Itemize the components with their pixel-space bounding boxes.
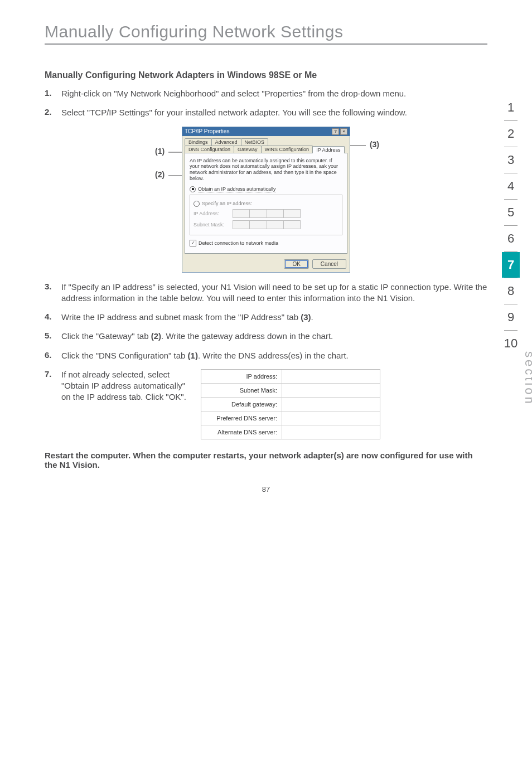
subnet-mask-label: Subnet Mask: bbox=[201, 384, 282, 397]
step-text: Write the IP address and subnet mask fro… bbox=[61, 312, 313, 323]
default-gateway-label: Default gateway: bbox=[201, 398, 282, 411]
specify-ip-group: Specify an IP address: IP Address: Subne… bbox=[190, 195, 342, 235]
dialog-description: An IP address can be automatically assig… bbox=[190, 158, 342, 182]
tab-bindings[interactable]: Bindings bbox=[185, 138, 212, 146]
close-button[interactable]: × bbox=[340, 128, 347, 135]
step-number: 7. bbox=[45, 369, 61, 439]
address-table: IP address: Subnet Mask: Default gateway… bbox=[201, 369, 380, 439]
step-text-part: Click the "Gateway" tab bbox=[61, 331, 151, 341]
step-text-bold: (1) bbox=[188, 351, 198, 360]
dialog-title-text: TCP/IP Properties bbox=[185, 128, 229, 134]
radio-label: Specify an IP address: bbox=[202, 201, 252, 206]
step-text-part: . Write the DNS address(es) in the chart… bbox=[198, 351, 349, 360]
step-6: 6. Click the "DNS Configuration" tab (1)… bbox=[45, 350, 487, 361]
chapter-underline bbox=[45, 43, 487, 45]
step-number: 6. bbox=[45, 350, 61, 361]
tab-6[interactable]: 6 bbox=[502, 226, 520, 251]
radio-icon bbox=[190, 186, 196, 192]
subnet-mask-row: Subnet Mask: bbox=[194, 220, 338, 229]
step-text: Right-click on "My Network Neighborhood"… bbox=[61, 88, 406, 99]
callout-2: (2) bbox=[155, 170, 165, 179]
preferred-dns-label: Preferred DNS server: bbox=[201, 412, 282, 425]
step-text: Click the "Gateway" tab (2). Write the g… bbox=[61, 331, 333, 342]
radio-label: Obtain an IP address automatically bbox=[198, 186, 275, 192]
table-row: Subnet Mask: bbox=[201, 384, 380, 398]
ip-address-input[interactable] bbox=[233, 209, 301, 218]
cancel-button[interactable]: Cancel bbox=[312, 259, 346, 269]
step-text: If not already selected, select "Obtain … bbox=[61, 369, 190, 403]
radio-specify-ip[interactable]: Specify an IP address: bbox=[194, 201, 338, 207]
checkbox-label: Detect connection to network media bbox=[199, 240, 278, 246]
step-text: Select "TCP/IP Settings" for your instal… bbox=[61, 107, 407, 118]
tab-advanced[interactable]: Advanced bbox=[211, 138, 241, 146]
step-number: 3. bbox=[45, 282, 61, 304]
step-text: Click the "DNS Configuration" tab (1). W… bbox=[61, 350, 349, 361]
step-number: 2. bbox=[45, 107, 61, 118]
ip-address-value bbox=[282, 370, 380, 383]
callout-1: (1) bbox=[155, 147, 165, 156]
step-text-part: Click the "DNS Configuration" tab bbox=[61, 351, 188, 360]
tab-10[interactable]: 10 bbox=[502, 331, 520, 356]
tab-4[interactable]: 4 bbox=[502, 173, 520, 199]
ip-address-row: IP Address: bbox=[194, 209, 338, 218]
tab-gateway[interactable]: Gateway bbox=[234, 146, 262, 153]
table-row: IP address: bbox=[201, 370, 380, 384]
subnet-mask-label: Subnet Mask: bbox=[194, 222, 229, 227]
tcpip-properties-dialog: TCP/IP Properties ? × Bindings Advanced … bbox=[182, 127, 350, 273]
preferred-dns-value bbox=[282, 412, 380, 425]
alternate-dns-label: Alternate DNS server: bbox=[201, 425, 282, 439]
step-7: 7. If not already selected, select "Obta… bbox=[45, 369, 487, 439]
section-vertical-label: section bbox=[522, 351, 532, 406]
step-text: If "Specify an IP address" is selected, … bbox=[61, 282, 487, 304]
tab-wins-configuration[interactable]: WINS Configuration bbox=[261, 146, 313, 153]
callout-3: (3) bbox=[370, 140, 379, 149]
tab-3[interactable]: 3 bbox=[502, 147, 520, 173]
tab-9[interactable]: 9 bbox=[502, 304, 520, 330]
step-text-part: . Write the gateway address down in the … bbox=[161, 331, 333, 341]
tabs-row-bottom: DNS Configuration Gateway WINS Configura… bbox=[182, 146, 350, 153]
default-gateway-value bbox=[282, 398, 380, 411]
restart-note: Restart the computer. When the computer … bbox=[45, 451, 487, 469]
page-number: 87 bbox=[45, 485, 487, 493]
radio-obtain-auto[interactable]: Obtain an IP address automatically bbox=[190, 186, 342, 192]
dialog-titlebar: TCP/IP Properties ? × bbox=[182, 127, 350, 136]
step-number: 1. bbox=[45, 88, 61, 99]
section-tabs: 1 2 3 4 5 6 7 8 9 10 bbox=[502, 95, 520, 356]
step-text-bold: (3) bbox=[301, 312, 311, 322]
tab-2[interactable]: 2 bbox=[502, 121, 520, 147]
step-number: 5. bbox=[45, 331, 61, 342]
ok-button[interactable]: OK bbox=[284, 259, 308, 269]
tab-5[interactable]: 5 bbox=[502, 200, 520, 225]
step-text-part: Write the IP address and subnet mask fro… bbox=[61, 312, 301, 322]
ip-address-label: IP Address: bbox=[194, 211, 229, 216]
tab-ip-address[interactable]: IP Address bbox=[312, 146, 344, 153]
tcpip-dialog-figure: (1) (2) (3) TCP/IP Properties ? × Bindin… bbox=[45, 127, 487, 273]
section-heading: Manually Configuring Network Adapters in… bbox=[45, 70, 487, 80]
step-text-bold: (2) bbox=[151, 331, 161, 341]
help-button[interactable]: ? bbox=[332, 128, 339, 135]
tab-1[interactable]: 1 bbox=[502, 95, 520, 120]
ip-address-label: IP address: bbox=[201, 370, 282, 383]
callout-line bbox=[168, 150, 182, 154]
tab-7-active[interactable]: 7 bbox=[502, 252, 520, 278]
chapter-title: Manually Configuring Network Settings bbox=[45, 22, 487, 41]
alternate-dns-value bbox=[282, 425, 380, 439]
step-4: 4. Write the IP address and subnet mask … bbox=[45, 312, 487, 323]
step-text-part: . bbox=[311, 312, 313, 322]
tab-8[interactable]: 8 bbox=[502, 278, 520, 304]
radio-icon bbox=[194, 201, 200, 207]
subnet-mask-value bbox=[282, 384, 380, 397]
checkbox-icon: ✓ bbox=[190, 240, 196, 246]
step-5: 5. Click the "Gateway" tab (2). Write th… bbox=[45, 331, 487, 342]
tabs-row-top: Bindings Advanced NetBIOS bbox=[182, 136, 350, 146]
detect-connection-row[interactable]: ✓ Detect connection to network media bbox=[190, 240, 342, 246]
step-1: 1. Right-click on "My Network Neighborho… bbox=[45, 88, 487, 99]
table-row: Preferred DNS server: bbox=[201, 412, 380, 425]
tab-content: An IP address can be automatically assig… bbox=[185, 153, 347, 254]
table-row: Default gateway: bbox=[201, 398, 380, 412]
tab-dns-configuration[interactable]: DNS Configuration bbox=[185, 146, 234, 153]
dialog-buttons: OK Cancel bbox=[182, 256, 350, 272]
subnet-mask-input[interactable] bbox=[233, 220, 301, 229]
tab-netbios[interactable]: NetBIOS bbox=[241, 138, 269, 146]
callout-line bbox=[350, 143, 366, 148]
